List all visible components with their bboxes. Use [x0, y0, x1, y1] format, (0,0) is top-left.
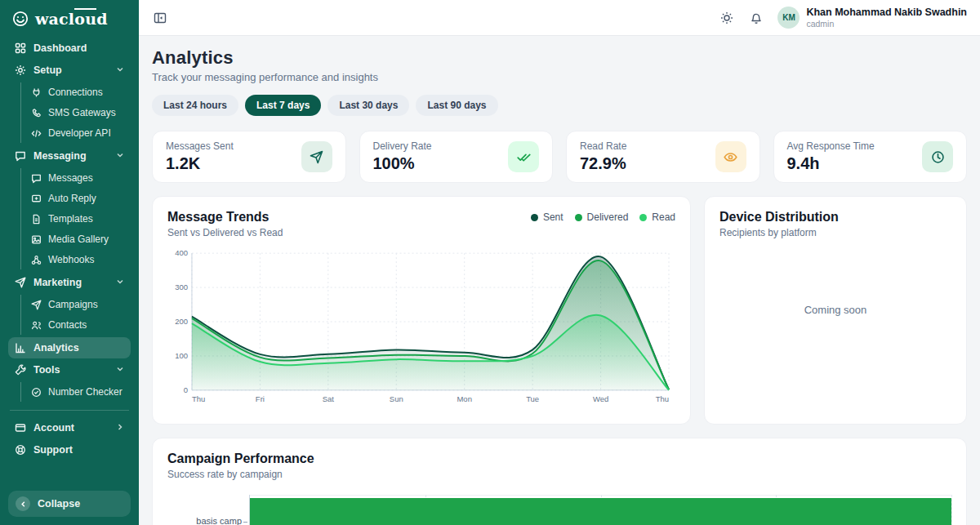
campaign-performance-title: Campaign Performance: [167, 452, 951, 466]
sidebar-collapse-button[interactable]: Collapse: [8, 491, 131, 517]
svg-text:Fri: Fri: [256, 394, 265, 403]
user-role: cadmin: [806, 19, 967, 29]
svg-text:Sat: Sat: [323, 394, 335, 403]
sidebar-item-label: Dashboard: [33, 43, 87, 54]
chevron-down-icon: [116, 65, 124, 76]
sidebar-item-label: Analytics: [33, 343, 79, 354]
chat-bubble-icon: [15, 150, 26, 162]
stat-label: Delivery Rate: [373, 140, 432, 152]
svg-text:100: 100: [175, 351, 188, 360]
sidebar-item-label: Setup: [33, 65, 62, 76]
axis-tick: [243, 522, 247, 523]
legend-item-sent[interactable]: Sent: [531, 211, 564, 223]
stat-value: 72.9%: [580, 154, 626, 173]
sidebar-item-label: Developer API: [48, 128, 111, 138]
message-trends-subtitle: Sent vs Delivered vs Read: [167, 227, 283, 238]
sidebar-item-tools[interactable]: Tools: [8, 359, 131, 380]
svg-text:300: 300: [175, 283, 188, 291]
svg-text:Thu: Thu: [192, 394, 205, 403]
brand-logo[interactable]: wacloud: [8, 8, 131, 38]
sidebar-divider: [10, 410, 129, 411]
sidebar-item-dashboard[interactable]: Dashboard: [8, 38, 131, 59]
webhook-icon: [31, 255, 42, 265]
document-icon: [31, 214, 42, 225]
collapse-label: Collapse: [38, 498, 80, 509]
send-icon: [31, 300, 42, 310]
sidebar-item-analytics[interactable]: Analytics: [8, 337, 131, 358]
campaign-bar-chart: basis camp: [167, 495, 951, 525]
page-title: Analytics: [152, 47, 967, 69]
stat-label: Avg Response Time: [787, 140, 875, 152]
legend-item-delivered[interactable]: Delivered: [575, 211, 629, 223]
sidebar-item-developer-api[interactable]: Developer API: [26, 123, 131, 143]
coming-soon-text: Coming soon: [705, 304, 966, 316]
sidebar-item-label: Messaging: [33, 151, 87, 162]
sidebar-item-campaigns[interactable]: Campaigns: [26, 295, 131, 314]
sidebar-item-auto-reply[interactable]: Auto Reply: [26, 189, 131, 208]
bar-category-label: basis camp: [167, 495, 249, 525]
legend-item-read[interactable]: Read: [639, 211, 675, 223]
sidebar-item-setup[interactable]: Setup: [8, 60, 131, 81]
check-circle-icon: [31, 387, 42, 398]
marketing-sublist: Campaigns Contacts: [20, 295, 131, 335]
campaign-performance-subtitle: Success rate by campaign: [167, 469, 951, 480]
sidebar-item-label: Media Gallery: [48, 234, 109, 244]
user-menu[interactable]: KM Khan Mohammad Nakib Swadhin cadmin: [777, 7, 967, 29]
sidebar-item-contacts[interactable]: Contacts: [26, 315, 131, 335]
sidebar-item-label: Auto Reply: [48, 194, 96, 203]
sidebar-toggle-button[interactable]: [152, 10, 168, 26]
device-distribution-card: Device Distribution Recipients by platfo…: [704, 196, 967, 425]
sidebar-item-label: Webhooks: [48, 255, 94, 265]
stat-value: 9.4h: [787, 154, 875, 173]
filter-last-90-days[interactable]: Last 90 days: [416, 95, 497, 116]
filter-last-24-hours[interactable]: Last 24 hours: [152, 95, 238, 116]
avatar: KM: [777, 7, 800, 29]
filter-last-7-days[interactable]: Last 7 days: [245, 95, 321, 116]
sidebar-item-label: Support: [33, 445, 73, 456]
stat-label: Messages Sent: [166, 140, 234, 152]
chevron-down-icon: [116, 365, 124, 376]
page-subtitle: Track your messaging performance and ins…: [152, 71, 967, 83]
sidebar-item-label: SMS Gateways: [48, 108, 116, 118]
sidebar-item-messages[interactable]: Messages: [26, 168, 131, 188]
credit-card-icon: [15, 422, 26, 434]
sidebar-item-support[interactable]: Support: [8, 439, 131, 460]
theme-toggle-button[interactable]: [719, 10, 735, 26]
code-icon: [31, 128, 42, 139]
sidebar-item-templates[interactable]: Templates: [26, 209, 131, 229]
svg-text:Mon: Mon: [457, 394, 471, 403]
stat-card-read-rate: Read Rate 72.9%: [566, 131, 760, 183]
sidebar-item-marketing[interactable]: Marketing: [8, 272, 131, 293]
svg-text:Sun: Sun: [390, 394, 403, 403]
sidebar-item-media-gallery[interactable]: Media Gallery: [26, 229, 131, 249]
campaign-bar[interactable]: [250, 498, 951, 525]
sidebar-item-account[interactable]: Account: [8, 417, 131, 438]
stat-card-messages-sent: Messages Sent 1.2K: [152, 131, 346, 183]
chevron-down-icon: [116, 278, 124, 288]
sidebar-item-messaging[interactable]: Messaging: [8, 145, 131, 167]
sidebar-item-sms-gateways[interactable]: SMS Gateways: [26, 103, 131, 122]
smiley-logo-icon: [11, 10, 29, 28]
sidebar-item-number-checker[interactable]: Number Checker: [26, 382, 131, 402]
stat-label: Read Rate: [580, 140, 626, 152]
sidebar-item-label: Messages: [48, 173, 93, 183]
charts-row: Message Trends Sent vs Delivered vs Read…: [152, 196, 967, 425]
bar-chart-icon: [15, 342, 26, 354]
topbar-right: KM Khan Mohammad Nakib Swadhin cadmin: [719, 7, 967, 29]
sidebar-item-connections[interactable]: Connections: [26, 82, 131, 102]
eye-icon: [715, 141, 746, 172]
legend-dot-sent: [531, 214, 538, 221]
filter-last-30-days[interactable]: Last 30 days: [327, 95, 409, 116]
stat-value: 1.2K: [166, 154, 234, 173]
sidebar-item-label: Connections: [48, 87, 103, 97]
chevron-down-icon: [116, 151, 124, 162]
sidebar-item-label: Contacts: [48, 320, 87, 330]
notifications-bell-icon[interactable]: [748, 10, 764, 26]
send-icon: [301, 141, 332, 172]
sidebar-item-label: Number Checker: [48, 387, 122, 397]
content-area: KM Khan Mohammad Nakib Swadhin cadmin An…: [139, 0, 980, 525]
message-trends-title: Message Trends: [167, 210, 283, 225]
life-buoy-icon: [15, 444, 26, 456]
sidebar-item-webhooks[interactable]: Webhooks: [26, 250, 131, 269]
phone-icon: [31, 108, 42, 118]
